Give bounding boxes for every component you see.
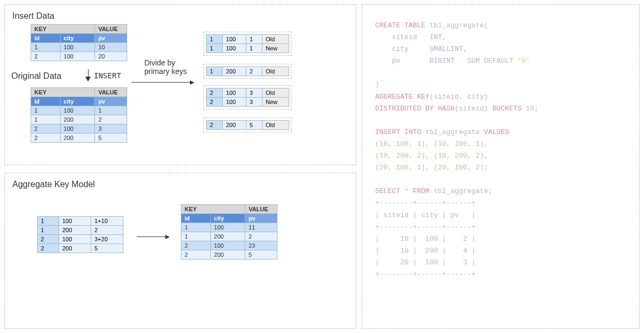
col-key: KEY (31, 25, 95, 34)
col-city: city (60, 34, 95, 43)
col-key: KEY (31, 88, 95, 97)
col-key: KEY (181, 205, 245, 214)
col-value: VALUE (95, 88, 127, 97)
table-row: 21003+20 (38, 235, 123, 244)
table-row: 21003Old (207, 88, 289, 98)
agg-right-table: KEY VALUE id city pv 110011 12002 210023… (181, 204, 277, 260)
aggregate-title: Aggregate Key Model (12, 180, 348, 189)
original-table: KEY VALUE id city pv 11001 12002 21003 2… (31, 87, 127, 143)
table-row: 22005 (38, 244, 123, 253)
col-id: id (31, 34, 61, 43)
insert-table: KEY VALUE id city pv 110010 210020 (31, 24, 127, 61)
code-panel: CREATE TABLE tbl_aggregate( siteid INT, … (362, 4, 640, 329)
col-value: VALUE (95, 25, 127, 34)
table-row: 12002Old (207, 67, 289, 76)
table-row: 110011 (181, 223, 277, 232)
left-column: Insert Data KEY VALUE id city pv 110010 … (4, 4, 356, 329)
code-panel-wrap: CREATE TABLE tbl_aggregate( siteid INT, … (362, 4, 640, 329)
table-row: 11001Old (207, 35, 289, 44)
original-title: Original Data (11, 71, 61, 81)
table-row: 210020 (31, 52, 127, 61)
table-row: 210023 (181, 241, 277, 250)
col-pv: pv (95, 34, 127, 43)
divide-label-2: primary keys (144, 67, 187, 76)
table-row: 21003New (207, 98, 289, 107)
insert-title: Insert Data (12, 11, 348, 21)
col-city: city (210, 214, 245, 223)
table-row: 11001+10 (38, 217, 123, 226)
layout: Insert Data KEY VALUE id city pv 110010 … (4, 4, 640, 329)
arrow-down-icon (85, 77, 91, 82)
col-pv: pv (245, 214, 277, 223)
mini-group-1: 11001Old 11001New (203, 32, 292, 56)
col-pv: pv (95, 97, 127, 106)
mini-group-3: 21003Old 21003New (203, 85, 292, 109)
divide-label-1: Divide by (144, 58, 187, 67)
col-id: id (181, 214, 211, 223)
table-row: 22005 (31, 134, 127, 143)
table-row: 12002 (38, 226, 123, 235)
col-id: id (31, 97, 61, 106)
table-row: 110010 (31, 43, 127, 52)
insert-label: INSERT (94, 71, 121, 80)
insert-panel: Insert Data KEY VALUE id city pv 110010 … (4, 4, 356, 165)
table-row: 11001New (207, 44, 289, 53)
col-city: city (60, 97, 95, 106)
aggregate-panel: Aggregate Key Model 11001+10 12002 21003… (4, 173, 356, 329)
table-row: 22005Old (207, 121, 289, 130)
mini-group-2: 12002Old (203, 64, 292, 79)
arrow-right-icon (131, 82, 194, 83)
agg-left-table: 11001+10 12002 21003+20 22005 (37, 216, 123, 253)
arrow-right-icon (137, 236, 169, 237)
sql-code: CREATE TABLE tbl_aggregate( siteid INT, … (375, 20, 626, 280)
table-row: 12002 (31, 115, 127, 124)
table-row: 12002 (181, 232, 277, 241)
table-row: 22005 (181, 250, 277, 260)
table-row: 21003 (31, 124, 127, 134)
mini-group-4: 22005Old (203, 117, 292, 132)
col-value: VALUE (245, 205, 277, 214)
table-row: 11001 (31, 106, 127, 115)
